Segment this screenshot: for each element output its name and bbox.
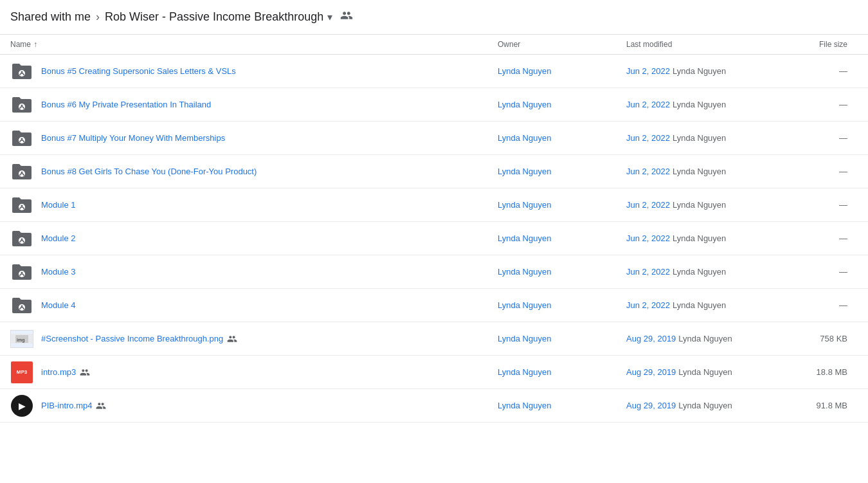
owner-cell[interactable]: Lynda Nguyen <box>498 334 626 343</box>
breadcrumb-dropdown-icon[interactable]: ▾ <box>327 11 332 23</box>
table-row: Module 4 Lynda Nguyen Jun 2, 2022 Lynda … <box>0 289 868 322</box>
modified-cell: Jun 2, 2022 Lynda Nguyen <box>626 200 781 210</box>
file-name-cell: Bonus #6 My Private Presentation In Thai… <box>41 100 498 109</box>
modified-date: Jun 2, 2022 <box>626 267 670 277</box>
modified-by: Lynda Nguyen <box>673 100 726 109</box>
col-header-modified[interactable]: Last modified <box>626 40 781 49</box>
breadcrumb-current-folder: Rob Wiser - Passive Income Breakthrough … <box>105 10 332 24</box>
file-name-cell: Module 2 <box>41 233 498 243</box>
breadcrumb-folder-name: Rob Wiser - Passive Income Breakthrough <box>105 10 323 24</box>
modified-cell: Jun 2, 2022 Lynda Nguyen <box>626 233 781 243</box>
modified-date: Jun 2, 2022 <box>626 233 670 243</box>
breadcrumb: Shared with me › Rob Wiser - Passive Inc… <box>0 0 868 35</box>
file-name-cell: Bonus #7 Multiply Your Money With Member… <box>41 133 498 143</box>
table-row: ▶ PIB-intro.mp4 Lynda Nguyen Aug 29, 201… <box>0 389 868 423</box>
col-header-owner[interactable]: Owner <box>498 40 626 49</box>
file-type-icon <box>10 294 33 317</box>
modified-by: Lynda Nguyen <box>673 66 726 76</box>
modified-date: Jun 2, 2022 <box>626 66 670 76</box>
file-name[interactable]: Module 4 <box>41 300 75 310</box>
file-list: Bonus #5 Creating Supersonic Sales Lette… <box>0 55 868 423</box>
table-row: MP3 intro.mp3 Lynda Nguyen Aug 29, 2019 … <box>0 356 868 389</box>
owner-cell[interactable]: Lynda Nguyen <box>498 267 626 277</box>
svg-point-5 <box>21 138 23 140</box>
owner-cell[interactable]: Lynda Nguyen <box>498 401 626 410</box>
file-type-icon: ▶ <box>10 394 33 417</box>
svg-point-1 <box>21 71 23 73</box>
file-type-icon <box>10 160 33 183</box>
file-name-cell: Module 4 <box>41 300 498 310</box>
file-name[interactable]: Bonus #5 Creating Supersonic Sales Lette… <box>41 66 236 76</box>
modified-by: Lynda Nguyen <box>673 200 726 210</box>
modified-date: Jun 2, 2022 <box>626 133 670 143</box>
modified-date: Aug 29, 2019 <box>626 367 676 377</box>
file-name[interactable]: intro.mp3 <box>41 367 76 377</box>
file-type-icon: MP3 <box>10 361 33 384</box>
owner-cell[interactable]: Lynda Nguyen <box>498 200 626 210</box>
svg-point-7 <box>21 171 23 173</box>
table-row: Module 1 Lynda Nguyen Jun 2, 2022 Lynda … <box>0 188 868 222</box>
file-name[interactable]: #Screenshot - Passive Income Breakthroug… <box>41 334 223 343</box>
table-row: Bonus #8 Get Girls To Chase You (Done-Fo… <box>0 155 868 188</box>
sort-ascending-icon: ↑ <box>33 40 37 49</box>
owner-cell[interactable]: Lynda Nguyen <box>498 300 626 310</box>
owner-cell[interactable]: Lynda Nguyen <box>498 367 626 377</box>
shared-badge-icon <box>227 334 237 344</box>
size-cell: — <box>781 100 858 109</box>
modified-date: Aug 29, 2019 <box>626 401 676 410</box>
file-type-icon <box>10 194 33 217</box>
size-cell: — <box>781 167 858 176</box>
size-cell: — <box>781 133 858 143</box>
modified-date: Jun 2, 2022 <box>626 200 670 210</box>
file-name-cell: Bonus #5 Creating Supersonic Sales Lette… <box>41 66 498 76</box>
table-row: Bonus #5 Creating Supersonic Sales Lette… <box>0 55 868 88</box>
owner-cell[interactable]: Lynda Nguyen <box>498 133 626 143</box>
svg-point-11 <box>21 238 23 240</box>
svg-point-9 <box>21 205 23 206</box>
modified-cell: Jun 2, 2022 Lynda Nguyen <box>626 167 781 176</box>
file-type-icon <box>10 227 33 250</box>
shared-badge-icon <box>96 401 106 411</box>
modified-by: Lynda Nguyen <box>678 401 732 410</box>
col-header-size[interactable]: File size <box>781 40 858 49</box>
modified-by: Lynda Nguyen <box>673 300 726 310</box>
size-cell: — <box>781 233 858 243</box>
shared-badge-icon <box>80 367 90 378</box>
table-row: img #Screenshot - Passive Income Breakth… <box>0 322 868 356</box>
owner-cell[interactable]: Lynda Nguyen <box>498 100 626 109</box>
table-header: Name ↑ Owner Last modified File size <box>0 35 868 55</box>
size-cell: — <box>781 200 858 210</box>
file-type-icon <box>10 127 33 150</box>
modified-date: Jun 2, 2022 <box>626 100 670 109</box>
owner-cell[interactable]: Lynda Nguyen <box>498 233 626 243</box>
file-name[interactable]: Bonus #8 Get Girls To Chase You (Done-Fo… <box>41 167 257 176</box>
file-type-icon <box>10 260 33 284</box>
owner-cell[interactable]: Lynda Nguyen <box>498 167 626 176</box>
size-cell: 91.8 MB <box>781 401 858 410</box>
file-name[interactable]: Bonus #6 My Private Presentation In Thai… <box>41 100 211 109</box>
file-name[interactable]: Module 2 <box>41 233 75 243</box>
modified-cell: Jun 2, 2022 Lynda Nguyen <box>626 100 781 109</box>
breadcrumb-shared-link[interactable]: Shared with me <box>10 10 91 24</box>
file-type-icon <box>10 60 33 83</box>
shared-people-icon[interactable] <box>340 9 353 25</box>
modified-date: Jun 2, 2022 <box>626 300 670 310</box>
file-name[interactable]: Module 3 <box>41 267 75 277</box>
file-name-cell: PIB-intro.mp4 <box>41 401 498 411</box>
svg-text:img: img <box>17 338 24 343</box>
modified-by: Lynda Nguyen <box>678 334 732 343</box>
size-cell: — <box>781 300 858 310</box>
file-name[interactable]: Bonus #7 Multiply Your Money With Member… <box>41 133 225 143</box>
owner-cell[interactable]: Lynda Nguyen <box>498 66 626 76</box>
file-name-cell: Module 1 <box>41 200 498 210</box>
modified-date: Aug 29, 2019 <box>626 334 676 343</box>
size-cell: 18.8 MB <box>781 367 858 377</box>
modified-cell: Aug 29, 2019 Lynda Nguyen <box>626 401 781 410</box>
modified-by: Lynda Nguyen <box>673 267 726 277</box>
file-name[interactable]: PIB-intro.mp4 <box>41 401 92 410</box>
modified-date: Jun 2, 2022 <box>626 167 670 176</box>
col-header-name[interactable]: Name ↑ <box>10 40 498 49</box>
file-name[interactable]: Module 1 <box>41 200 75 210</box>
svg-point-13 <box>21 271 23 273</box>
table-row: Bonus #6 My Private Presentation In Thai… <box>0 88 868 122</box>
